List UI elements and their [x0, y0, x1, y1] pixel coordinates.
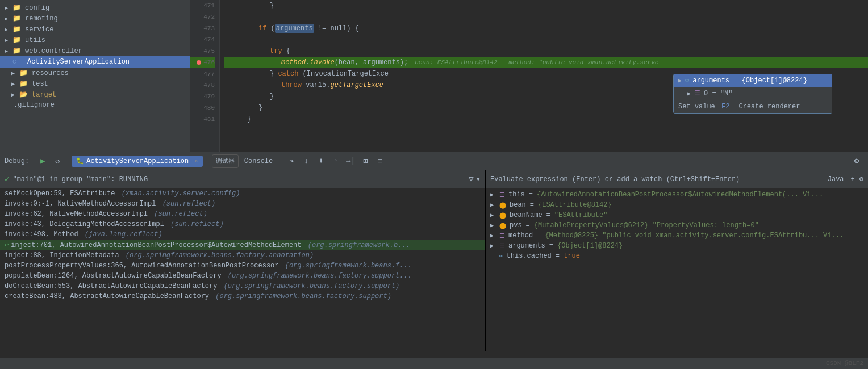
- stack-frames: setMockOpen:59, ESAttribute (xman.activi…: [0, 188, 485, 351]
- settings-var-icon[interactable]: ⚙: [859, 175, 863, 183]
- variables-header: Evaluate expression (Enter) or add a wat…: [486, 170, 868, 188]
- frame-pkg-1: (sun.reflect): [158, 200, 215, 208]
- tree-label: target: [32, 91, 56, 99]
- line-numbers: 471 472 473 474 475 476 477 478 479 480 …: [190, 0, 220, 152]
- tree-item-resources[interactable]: ▶ 📁 resources: [0, 68, 190, 78]
- circle-icon-beanname: ⬤: [499, 212, 506, 219]
- tree-item-target[interactable]: ▶ 📂 target: [0, 89, 190, 100]
- stack-frame-5[interactable]: ↩ inject:701, AutowiredAnnotationBeanPos…: [0, 240, 485, 250]
- var-row-beanname[interactable]: ▶ ⬤ beanName = "ESAttribute": [486, 210, 868, 220]
- step-into-button[interactable]: ↓: [299, 154, 313, 168]
- debug-tab-active[interactable]: 🐛 ActivityServerApplication ×: [72, 156, 203, 167]
- folder-icon: 📁: [12, 36, 23, 44]
- extra-button[interactable]: ≡: [373, 154, 387, 168]
- frame-method-4: invoke:498, Method: [5, 230, 78, 238]
- var-val-arguments: {Object[1]@8224}: [557, 242, 623, 250]
- var-val-beanname: "ESAttribute": [554, 211, 608, 219]
- debugger-label: 调试器: [216, 157, 235, 165]
- stack-frame-9[interactable]: doCreateBean:553, AbstractAutowireCapabl…: [0, 281, 485, 291]
- var-val-bean: {ESAttribute@8142}: [538, 201, 612, 209]
- tree-item-test[interactable]: ▶ 📁 test: [0, 78, 190, 89]
- tree-item-web-controller[interactable]: ▶ 📁 web.controller: [0, 45, 190, 56]
- tree-item-service[interactable]: ▶ 📁 service: [0, 24, 190, 35]
- var-row-method[interactable]: ▶ ☰ method = {Method@8225} "public void …: [486, 230, 868, 241]
- circle-icon-pvs: ⬤: [499, 222, 506, 229]
- separator-1: [68, 156, 68, 167]
- settings-button[interactable]: ⚙: [850, 154, 863, 168]
- git-icon: C: [12, 58, 23, 65]
- stack-frame-8[interactable]: populateBean:1264, AbstractAutowireCapab…: [0, 271, 485, 281]
- tooltip-row-arguments[interactable]: ▶ ∞ arguments = {Object[1]@8224}: [674, 74, 832, 87]
- stack-frame-6[interactable]: inject:88, InjectionMetadata (org.spring…: [0, 250, 485, 261]
- stack-frame-2[interactable]: invoke:62, NativeMethodAccessorImpl (sun…: [0, 209, 485, 219]
- stack-frame-0[interactable]: setMockOpen:59, ESAttribute (xman.activi…: [0, 188, 485, 199]
- expand-pvs: ▶: [490, 222, 497, 229]
- stack-frame-10[interactable]: createBean:483, AbstractAutowireCapableB…: [0, 291, 485, 301]
- set-value-button[interactable]: Set value F2: [678, 103, 729, 111]
- separator-2: [281, 154, 281, 166]
- frame-method-2: invoke:62, NativeMethodAccessorImpl: [5, 210, 148, 218]
- run-to-cursor-button[interactable]: →|: [344, 154, 357, 168]
- frame-pkg-9: (org.springframework.beans.factory.suppo…: [219, 282, 399, 290]
- debug-tab-icon: 🐛: [76, 157, 84, 165]
- frame-pkg-4: (java.lang.reflect): [81, 230, 162, 238]
- debugger-button[interactable]: 调试器: [212, 154, 239, 168]
- tree-item-config[interactable]: ▶ 📁 config: [0, 2, 190, 13]
- watermark: CSDN @BLF2: [826, 360, 863, 367]
- var-name-this: this: [508, 191, 525, 199]
- tree-item-utils[interactable]: ▶ 📁 utils: [0, 35, 190, 45]
- frame-pkg-2: (sun.reflect): [150, 210, 207, 218]
- step-over-button[interactable]: ↷: [285, 154, 298, 168]
- code-editor[interactable]: 471 472 473 474 475 476 477 478 479 480 …: [190, 0, 868, 152]
- var-row-cached[interactable]: ∞ this.cached = true: [486, 251, 868, 261]
- folder-icon: 📁: [12, 25, 23, 33]
- list-icon-this: ☰: [499, 191, 505, 199]
- filter-icon[interactable]: ▽: [469, 174, 473, 184]
- frame-pkg-0: (xman.activity.server.config): [117, 190, 240, 198]
- add-watch-icon[interactable]: +: [851, 175, 855, 183]
- rerun-button[interactable]: ↺: [51, 154, 64, 168]
- folder-icon: 📁: [12, 3, 23, 12]
- force-step-into-button[interactable]: ⬇: [314, 154, 328, 168]
- code-line-471: }: [224, 0, 868, 11]
- var-val-this: {AutowiredAnnotationBeanPostProcessor$Au…: [537, 191, 823, 199]
- tree-label: config: [25, 4, 49, 12]
- var-row-pvs[interactable]: ▶ ⬤ pvs = {MutablePropertyValues@6212} "…: [486, 220, 868, 230]
- var-row-this[interactable]: ▶ ☰ this = {AutowiredAnnotationBeanPostP…: [486, 190, 868, 200]
- console-tab[interactable]: Console: [240, 154, 277, 168]
- tooltip-expand-icon-0: ▶: [687, 90, 691, 97]
- frame-method-10: createBean:483, AbstractAutowireCapableB…: [5, 292, 209, 300]
- tab-close-icon[interactable]: ×: [194, 158, 198, 165]
- var-name-beanname: beanName: [510, 211, 542, 219]
- tooltip-row-zero[interactable]: ▶ ☰ 0 = "N": [674, 87, 832, 100]
- folder-yellow-icon: 📂: [19, 90, 30, 99]
- status-check-icon: ✓: [5, 174, 9, 184]
- debug-run-icons: ▶ ↺ 🐛 ActivityServerApplication ×: [36, 154, 203, 168]
- stack-frame-1[interactable]: invoke:0:-1, NativeMethodAccessorImpl (s…: [0, 199, 485, 209]
- collapse-icon[interactable]: ▾: [476, 174, 481, 184]
- evaluate-button[interactable]: ⊞: [358, 154, 372, 168]
- tree-label: utils: [25, 36, 45, 44]
- tree-item-selected-file[interactable]: C ActivityServerApplication: [0, 56, 190, 68]
- expand-bean: ▶: [490, 202, 497, 208]
- tree-label: test: [32, 80, 48, 88]
- var-row-arguments[interactable]: ▶ ☰ arguments = {Object[1]@8224}: [486, 241, 868, 251]
- frame-method-6: inject:88, InjectionMetadata: [5, 251, 119, 259]
- var-row-bean[interactable]: ▶ ⬤ bean = {ESAttribute@8142}: [486, 200, 868, 210]
- stack-frame-3[interactable]: invoke:43, DelegatingMethodAccessorImpl …: [0, 219, 485, 229]
- create-renderer-button[interactable]: Create renderer: [738, 103, 800, 111]
- code-line-481: }: [224, 114, 868, 125]
- debug-tooltip: ▶ ∞ arguments = {Object[1]@8224} ▶ ☰ 0 =…: [673, 74, 832, 114]
- var-name-bean: bean: [510, 201, 526, 209]
- folder-icon: 📁: [19, 69, 30, 77]
- step-out-button[interactable]: ↑: [329, 154, 343, 168]
- tree-item-gitignore[interactable]: .gitignore: [0, 100, 190, 110]
- stack-frame-7[interactable]: postProcessPropertyValues:366, Autowired…: [0, 261, 485, 271]
- java-label: Java: [828, 175, 844, 183]
- tree-item-remoting[interactable]: ▶ 📁 remoting: [0, 13, 190, 24]
- resume-button[interactable]: ▶: [36, 154, 49, 168]
- var-name-method: method: [508, 232, 533, 240]
- stack-frame-4[interactable]: invoke:498, Method (java.lang.reflect): [0, 229, 485, 240]
- expand-method: ▶: [490, 232, 497, 239]
- expand-beanname: ▶: [490, 212, 497, 219]
